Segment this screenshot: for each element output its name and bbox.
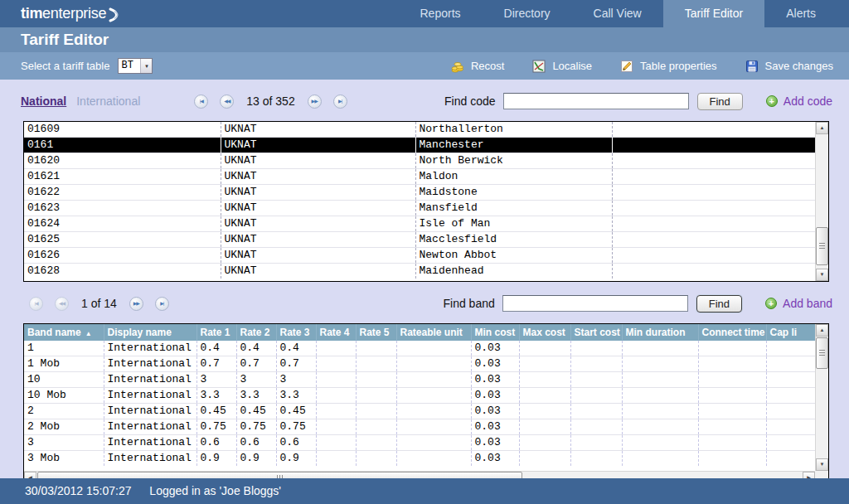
column-header[interactable]: Cap li [766, 324, 815, 341]
column-header[interactable]: Min cost [471, 324, 519, 341]
table-row[interactable]: 01622UKNATMaidstone [24, 185, 815, 201]
table-row[interactable]: 01623UKNATMansfield [24, 201, 815, 216]
main-nav: Reports Directory Call View Tariff Edito… [399, 0, 849, 27]
content-area: National International |◀ ◀◀ 13 of 352 ▶… [0, 90, 849, 488]
localise-chart-icon [532, 60, 546, 73]
find-code-input[interactable] [503, 93, 689, 109]
save-changes-button[interactable]: Save changes [745, 60, 833, 73]
dropdown-arrow-icon[interactable]: ▼ [140, 59, 152, 73]
next-page-button[interactable]: ▶▶ [129, 297, 143, 311]
find-band-button[interactable]: Find [696, 295, 742, 313]
scrollbar-thumb[interactable] [816, 337, 828, 369]
column-header[interactable]: Max cost [519, 324, 570, 341]
find-code-group: Find code Find + Add code [444, 93, 832, 110]
nav-item-reports[interactable]: Reports [399, 0, 483, 27]
codes-table-container: 01609UKNATNorthallerton0161UKNATManchest… [23, 121, 829, 282]
status-datetime: 30/03/2012 15:07:27 [25, 484, 131, 497]
column-header[interactable]: Rate 1 [196, 324, 236, 341]
sort-ascending-icon: ▲ [85, 330, 92, 337]
last-page-button[interactable]: ▶| [155, 297, 169, 311]
toolbar-actions: Recost Localise Table properties [423, 60, 833, 73]
scroll-up-button[interactable]: ▲ [816, 122, 828, 134]
tariff-table-select[interactable]: BT ▼ [118, 58, 153, 74]
brand-logo: timenterprise [21, 0, 122, 27]
codes-header-row: National International |◀ ◀◀ 13 of 352 ▶… [21, 90, 832, 113]
logo-text: enterprise [42, 5, 106, 22]
column-header[interactable]: Min duration [622, 324, 698, 341]
table-row[interactable]: 01628UKNATMaidenhead [24, 264, 815, 279]
tab-national[interactable]: National [21, 94, 66, 108]
table-row[interactable]: 01624UKNATIsle of Man [24, 216, 815, 232]
bands-table-container: Band name▲Display nameRate 1Rate 2Rate 3… [23, 323, 829, 486]
save-changes-label: Save changes [765, 60, 833, 72]
table-properties-button[interactable]: Table properties [620, 60, 717, 73]
table-row[interactable]: 10 MobInternational3.33.33.30.03 [24, 388, 815, 404]
find-code-button[interactable]: Find [697, 93, 743, 110]
find-code-label: Find code [444, 94, 495, 108]
codes-page-indicator: 13 of 352 [246, 94, 294, 108]
scroll-up-button[interactable]: ▲ [816, 324, 828, 337]
localise-label: Localise [552, 60, 592, 72]
table-row[interactable]: 1International0.40.40.40.03 [24, 341, 815, 356]
bands-table: Band name▲Display nameRate 1Rate 2Rate 3… [24, 324, 815, 466]
column-header[interactable]: Connect time [698, 324, 766, 341]
find-band-group: Find band Find + Add band [443, 295, 832, 313]
nav-item-tariff-editor[interactable]: Tariff Editor [663, 0, 765, 27]
table-row[interactable]: 01625UKNATMacclesfield [24, 232, 815, 248]
table-row[interactable]: 01621UKNATMaldon [24, 169, 815, 185]
column-header[interactable]: Rate 2 [236, 324, 276, 341]
logo-text-bold: tim [21, 5, 42, 22]
scroll-down-button[interactable]: ▼ [816, 458, 828, 471]
prev-page-button[interactable]: ◀◀ [55, 297, 69, 311]
logo-swoosh-icon [108, 7, 122, 23]
pencil-icon [620, 60, 633, 73]
codes-vertical-scrollbar[interactable]: ▲ ▼ [815, 122, 828, 281]
prev-page-button[interactable]: ◀◀ [220, 94, 234, 109]
add-code-label: Add code [784, 94, 832, 108]
column-header[interactable]: Start cost [570, 324, 622, 341]
table-row[interactable]: 0161UKNATManchester [24, 138, 815, 153]
first-page-button[interactable]: |◀ [29, 297, 43, 311]
tariff-table-value: BT [119, 59, 140, 73]
nav-item-directory[interactable]: Directory [483, 0, 572, 27]
next-page-button[interactable]: ▶▶ [308, 94, 322, 109]
localise-button[interactable]: Localise [532, 60, 592, 73]
table-row[interactable]: 3International0.60.60.60.03 [24, 435, 815, 451]
bands-vertical-scrollbar[interactable]: ▲ ▼ [815, 324, 828, 471]
codes-table: 01609UKNATNorthallerton0161UKNATManchest… [24, 122, 815, 279]
table-row[interactable]: 01626UKNATNewton Abbot [24, 248, 815, 264]
bands-page-indicator: 1 of 14 [81, 297, 117, 310]
find-band-input[interactable] [502, 295, 688, 312]
table-row[interactable]: 3 MobInternational0.90.90.90.03 [24, 451, 815, 467]
recost-label: Recost [471, 60, 504, 72]
column-header[interactable]: Rate 3 [276, 324, 316, 341]
page-title: Tariff Editor [0, 27, 849, 52]
column-header[interactable]: Rate 4 [316, 324, 356, 341]
column-header[interactable]: Rateable unit [396, 324, 471, 341]
top-nav-bar: timenterprise Reports Directory Call Vie… [0, 0, 849, 27]
nav-item-call-view[interactable]: Call View [572, 0, 663, 27]
scroll-down-button[interactable]: ▼ [816, 269, 828, 281]
table-row[interactable]: 01620UKNATNorth Berwick [24, 153, 815, 169]
add-band-link[interactable]: + Add band [765, 297, 832, 310]
first-page-button[interactable]: |◀ [194, 94, 208, 109]
codes-pager: |◀ ◀◀ 13 of 352 ▶▶ ▶| [188, 94, 352, 109]
tab-international[interactable]: International [76, 94, 140, 108]
last-page-button[interactable]: ▶| [333, 94, 347, 109]
recost-button[interactable]: Recost [451, 60, 504, 73]
scrollbar-thumb[interactable] [816, 227, 828, 265]
table-properties-label: Table properties [640, 60, 717, 72]
column-header[interactable]: Rate 5 [356, 324, 396, 341]
column-header[interactable]: Display name [104, 324, 196, 341]
add-code-link[interactable]: + Add code [766, 94, 832, 108]
column-header[interactable]: Band name▲ [24, 324, 104, 341]
table-row[interactable]: 01609UKNATNorthallerton [24, 122, 815, 138]
bands-pager: |◀ ◀◀ 1 of 14 ▶▶ ▶| [23, 297, 175, 311]
status-logged-in-user: Logged in as 'Joe Bloggs' [149, 484, 281, 497]
table-row[interactable]: 10International3330.03 [24, 372, 815, 388]
table-row[interactable]: 1 MobInternational0.70.70.70.03 [24, 356, 815, 372]
table-row[interactable]: 2 MobInternational0.750.750.750.03 [24, 419, 815, 435]
table-row[interactable]: 2International0.450.450.450.03 [24, 404, 815, 419]
nav-item-alerts[interactable]: Alerts [764, 0, 837, 27]
add-band-label: Add band [783, 297, 832, 310]
